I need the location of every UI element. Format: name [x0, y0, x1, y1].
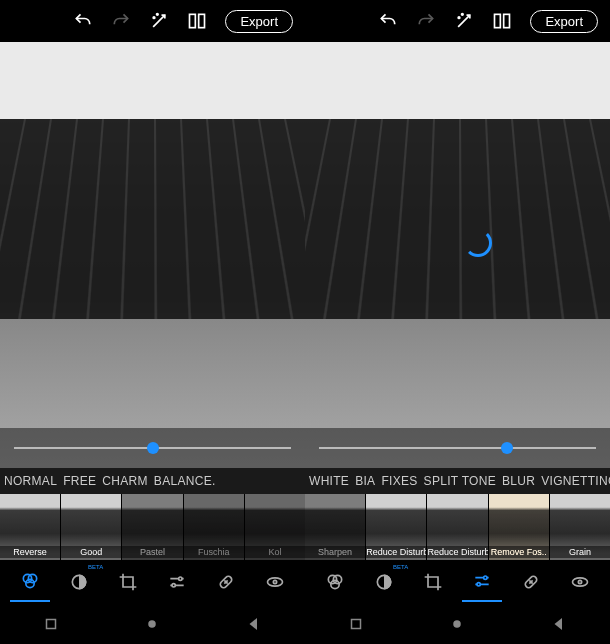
slider-thumb[interactable]	[501, 442, 513, 454]
slider-row	[0, 428, 305, 468]
tool-heal[interactable]	[206, 562, 246, 602]
tool-corrections[interactable]: BETA	[59, 562, 99, 602]
filter-label: Grain	[550, 546, 610, 558]
svg-point-14	[149, 620, 157, 628]
filter-thumbnail[interactable]: Reduce Disturb..	[366, 494, 426, 560]
svg-point-1	[157, 14, 159, 16]
nav-recent-icon[interactable]	[347, 615, 365, 633]
svg-point-29	[454, 620, 462, 628]
svg-point-9	[172, 584, 175, 587]
filter-thumbnail[interactable]: Kol	[245, 494, 305, 560]
image-canvas[interactable]	[0, 42, 305, 468]
filter-label: Fuschia	[184, 546, 244, 558]
redo-icon[interactable]	[416, 11, 436, 31]
category-item[interactable]: VIGNETTING	[541, 474, 610, 488]
svg-point-27	[578, 580, 581, 583]
tool-looks[interactable]	[315, 562, 355, 602]
tool-row: BETA	[305, 560, 610, 604]
nav-recent-icon[interactable]	[42, 615, 60, 633]
filter-thumbnail[interactable]: Reduce Disturb	[427, 494, 487, 560]
filter-thumbnail[interactable]: Pastel	[122, 494, 182, 560]
export-button[interactable]: Export	[225, 10, 293, 33]
svg-rect-17	[495, 14, 501, 27]
undo-icon[interactable]	[73, 11, 93, 31]
filter-thumbnail[interactable]: Remove Fos..	[489, 494, 549, 560]
svg-point-11	[267, 578, 282, 586]
loading-spinner-icon	[464, 229, 492, 257]
svg-point-6	[26, 579, 34, 587]
filter-label: Remove Fos..	[489, 546, 549, 558]
category-row[interactable]: WHITEBIAFIXESSPLIT TONEBLURVIGNETTING	[305, 468, 610, 494]
intensity-slider[interactable]	[319, 447, 596, 449]
photo-preview	[0, 42, 305, 468]
category-row[interactable]: NORMALFREECHARMBALANCE.	[0, 468, 305, 494]
filter-label: Sharpen	[305, 546, 365, 558]
filter-thumbnail[interactable]: Sharpen	[305, 494, 365, 560]
filter-thumbnail[interactable]: Good	[61, 494, 121, 560]
svg-point-15	[459, 17, 461, 19]
svg-rect-2	[190, 14, 196, 27]
filter-thumbnail[interactable]: Fuschia	[184, 494, 244, 560]
intensity-slider[interactable]	[14, 447, 291, 449]
nav-back-icon[interactable]	[245, 615, 263, 633]
filter-thumbnail[interactable]: Grain	[550, 494, 610, 560]
category-item[interactable]: NORMAL	[4, 474, 57, 488]
slider-row	[305, 428, 610, 468]
compare-icon[interactable]	[187, 11, 207, 31]
slider-thumb[interactable]	[147, 442, 159, 454]
filter-label: Reduce Disturb..	[366, 546, 426, 558]
category-item[interactable]: CHARM	[102, 474, 148, 488]
category-item[interactable]: BIA	[355, 474, 375, 488]
svg-rect-3	[199, 14, 205, 27]
tool-corrections[interactable]: BETA	[364, 562, 404, 602]
svg-point-24	[477, 583, 480, 586]
wand-icon[interactable]	[149, 11, 169, 31]
filter-label: Kol	[245, 546, 305, 558]
topbar: Export	[305, 0, 610, 42]
svg-point-16	[462, 14, 464, 16]
filter-thumbnail[interactable]: Reverse	[0, 494, 60, 560]
photo-preview	[305, 42, 610, 468]
svg-point-26	[572, 578, 587, 586]
topbar: Export	[0, 0, 305, 42]
system-nav	[0, 604, 305, 644]
filter-label: Reduce Disturb	[427, 546, 487, 558]
tool-adjust[interactable]	[462, 562, 502, 602]
tool-adjust[interactable]	[157, 562, 197, 602]
tool-heal[interactable]	[511, 562, 551, 602]
tool-crop[interactable]	[413, 562, 453, 602]
export-button[interactable]: Export	[530, 10, 598, 33]
svg-point-8	[179, 577, 182, 580]
nav-back-icon[interactable]	[550, 615, 568, 633]
category-item[interactable]: FREE	[63, 474, 96, 488]
filter-label: Good	[61, 546, 121, 558]
category-item[interactable]: BLUR	[502, 474, 535, 488]
category-item[interactable]: WHITE	[309, 474, 349, 488]
editor-panel-right: Export WHITEBIAFIXESSPLIT TONEBLURVIGNET…	[305, 0, 610, 644]
filter-label: Pastel	[122, 546, 182, 558]
svg-point-0	[154, 17, 156, 19]
wand-icon[interactable]	[454, 11, 474, 31]
undo-icon[interactable]	[378, 11, 398, 31]
svg-point-12	[273, 580, 276, 583]
category-item[interactable]: FIXES	[381, 474, 417, 488]
system-nav	[305, 604, 610, 644]
editor-panel-left: Export NORMALFREECHARMBALANCE. ReverseGo…	[0, 0, 305, 644]
nav-home-icon[interactable]	[143, 615, 161, 633]
tool-crop[interactable]	[108, 562, 148, 602]
tool-eye[interactable]	[255, 562, 295, 602]
svg-rect-13	[46, 620, 55, 629]
image-canvas[interactable]	[305, 42, 610, 468]
svg-rect-28	[351, 620, 360, 629]
redo-icon[interactable]	[111, 11, 131, 31]
svg-rect-18	[504, 14, 510, 27]
category-item[interactable]: SPLIT TONE	[424, 474, 496, 488]
svg-point-21	[331, 580, 339, 588]
thumbnail-row[interactable]: ReverseGoodPastelFuschiaKol	[0, 494, 305, 560]
compare-icon[interactable]	[492, 11, 512, 31]
category-item[interactable]: BALANCE.	[154, 474, 216, 488]
nav-home-icon[interactable]	[448, 615, 466, 633]
tool-eye[interactable]	[560, 562, 600, 602]
tool-looks[interactable]	[10, 562, 50, 602]
thumbnail-row[interactable]: SharpenReduce Disturb..Reduce DisturbRem…	[305, 494, 610, 560]
